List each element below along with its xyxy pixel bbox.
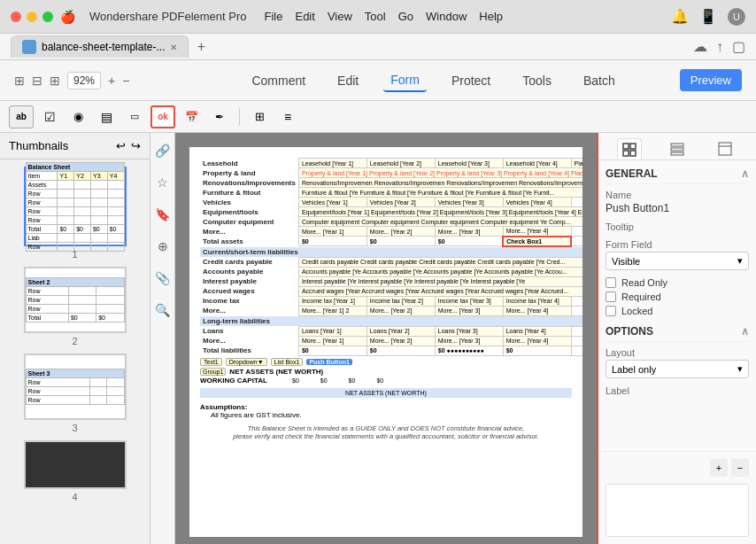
remove-icon-button[interactable]: − (731, 459, 749, 477)
checkbox-tool[interactable]: ☑ (37, 105, 62, 128)
menu-tool[interactable]: Tool (365, 10, 386, 23)
sidebar-forward-icon[interactable]: ↪ (131, 139, 141, 152)
maximize-button[interactable] (42, 12, 53, 22)
table-row: Accrued wages Accrued wages [Year Accrue… (200, 286, 582, 296)
share-icon[interactable]: ↑ (716, 39, 723, 55)
sidebar-back-icon[interactable]: ↩ (116, 139, 126, 152)
locked-checkbox-row[interactable]: Locked (606, 306, 749, 316)
rp-tab-properties[interactable] (617, 138, 642, 159)
toolbar-nav: Comment Edit Form Protect Tools Batch (244, 69, 621, 92)
nav-comment[interactable]: Comment (244, 70, 312, 91)
nav-batch[interactable]: Batch (576, 70, 622, 91)
group-badge[interactable]: Group1 (200, 368, 226, 376)
cell: Credit cards payable Credit cards payabl… (298, 257, 582, 267)
dropdown-badge[interactable]: Dropdown▼ (226, 358, 267, 366)
close-button[interactable] (11, 12, 21, 22)
assumptions-section: Assumptions: All figures are GST inclusi… (200, 403, 572, 419)
menu-view[interactable]: View (328, 10, 352, 23)
row-label: Credit cards payable (200, 257, 298, 267)
general-collapse-icon[interactable]: ∧ (741, 167, 749, 180)
text-field-tool[interactable]: ab (9, 105, 34, 128)
minimize-button[interactable] (27, 12, 37, 22)
zoom-in-icon[interactable]: + (108, 74, 115, 88)
options-collapse-icon[interactable]: ∧ (741, 325, 749, 338)
nav-tools[interactable]: Tools (515, 70, 559, 91)
disclaimer: This Balance Sheet is intended as a GUID… (200, 424, 572, 440)
cell: $0 (320, 377, 328, 384)
left-search-icon[interactable]: 🔍 (152, 299, 174, 321)
radio-tool[interactable]: ◉ (66, 105, 90, 128)
cell: Loans [Year 2] (366, 326, 435, 336)
ok-button-tool[interactable]: ok (150, 105, 175, 128)
row-label-net-worth: NET ASSETS (NET WORTH) (229, 368, 323, 376)
checkbox-cell[interactable]: Check Box1 (503, 237, 571, 246)
svg-rect-2 (623, 151, 629, 156)
menu-window[interactable]: Window (426, 10, 467, 23)
mobile-icon[interactable]: 📱 (699, 8, 717, 25)
form-field-select[interactable]: Visible ▾ (606, 252, 749, 270)
menu-edit[interactable]: Edit (295, 10, 314, 23)
pushbutton-badge[interactable]: Push Button1 (306, 359, 352, 365)
left-attach-icon[interactable]: 📎 (152, 268, 174, 289)
locked-checkbox[interactable] (606, 306, 616, 316)
user-avatar[interactable]: U (728, 8, 745, 26)
document-tab[interactable]: balance-sheet-template-... ✕ (11, 35, 189, 58)
rp-tab-list[interactable] (665, 138, 690, 159)
tab-right-icons: ☁ ↑ ▢ (693, 38, 745, 55)
sidebar-thumbnails: Thumbnails ↩ ↪ Balance Sheet ItemY1Y2Y3Y… (0, 133, 150, 544)
required-checkbox-row[interactable]: Required (606, 291, 749, 302)
menu-file[interactable]: File (265, 10, 283, 23)
readonly-checkbox[interactable] (606, 277, 616, 288)
listbox-badge[interactable]: List Box1 (271, 358, 304, 366)
sidebar-header-icons: ↩ ↪ (116, 139, 141, 152)
left-star-icon[interactable]: ☆ (152, 172, 174, 193)
signature-tool[interactable]: ✒ (207, 105, 232, 128)
add-icon-button[interactable]: + (710, 459, 728, 477)
label-text-area[interactable] (606, 484, 749, 537)
sidebar-toggle-icon[interactable]: ▢ (732, 38, 745, 55)
text-badge[interactable]: Text1 (200, 358, 222, 366)
thumbnail-image-1: Balance Sheet ItemY1Y2Y3Y4 Assets Row Ro… (24, 167, 127, 246)
row-label: Income tax (200, 296, 298, 306)
menu-go[interactable]: Go (398, 10, 413, 23)
cloud-upload-icon[interactable]: ☁ (693, 38, 707, 55)
cell: Income tax [Year 4] (503, 296, 571, 306)
list-box-tool[interactable]: ▤ (94, 105, 119, 128)
table-row: More... More... [Year 1] More... [Year 2… (200, 336, 582, 346)
left-bookmark-icon[interactable]: 🔖 (152, 204, 174, 225)
date-tool[interactable]: 📅 (179, 105, 204, 128)
cell: Vehicles [Year 2] (366, 198, 435, 207)
nav-form[interactable]: Form (383, 69, 427, 92)
align-tool[interactable]: ⊞ (247, 105, 272, 128)
left-home-icon[interactable]: 🔗 (152, 140, 174, 161)
combo-box-tool[interactable]: ▭ (122, 105, 147, 128)
cell: More... [Year 1] (298, 336, 366, 346)
preview-button[interactable]: Preview (680, 69, 742, 91)
required-checkbox[interactable] (606, 291, 616, 302)
menu-help[interactable]: Help (479, 10, 503, 23)
bell-icon[interactable]: 🔔 (671, 8, 689, 25)
distribute-tool[interactable]: ≡ (275, 105, 300, 128)
zoom-out-icon[interactable]: − (122, 74, 129, 88)
assumptions-title: Assumptions: (200, 403, 572, 411)
cell: $0 (503, 346, 571, 355)
cell: $0 (298, 346, 366, 355)
nav-protect[interactable]: Protect (444, 70, 498, 91)
readonly-checkbox-row[interactable]: Read Only (606, 277, 749, 288)
thumbnail-page-2[interactable]: Sheet 2 Row Row Row Total$0$0 2 (24, 267, 127, 346)
rp-tab-window[interactable] (713, 138, 737, 159)
cell: More... [Year 2] (366, 336, 435, 346)
layout-select[interactable]: Label only ▾ (606, 360, 749, 378)
zoom-level[interactable]: 92% (67, 72, 101, 89)
thumbnail-page-1[interactable]: Balance Sheet ItemY1Y2Y3Y4 Assets Row Ro… (24, 167, 127, 260)
form-field-label-label: Form Field (606, 239, 749, 250)
left-layers-icon[interactable]: ⊕ (152, 236, 174, 257)
thumbnail-page-4[interactable]: 4 (24, 440, 127, 502)
tab-close-button[interactable]: ✕ (170, 43, 177, 52)
nav-edit[interactable]: Edit (330, 70, 366, 91)
pdf-content-area[interactable]: Leasehold Leasehold [Year 1] Leasehold [… (175, 133, 597, 544)
cell: Vehicles [Year 1] (298, 198, 366, 207)
new-tab-button[interactable]: + (192, 38, 210, 56)
name-field-label: Name (606, 190, 749, 200)
thumbnail-page-3[interactable]: Sheet 3 Row Row Row 3 (24, 354, 127, 433)
